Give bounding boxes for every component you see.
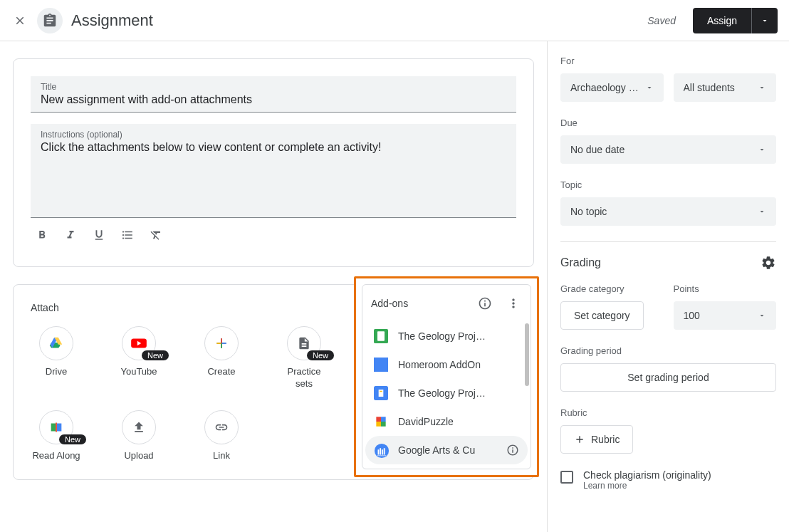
students-dropdown[interactable]: All students [674,73,777,102]
attach-link[interactable]: Link [196,410,247,462]
new-badge: New [59,434,86,444]
clear-format-button[interactable] [147,226,164,244]
attach-youtube[interactable]: New YouTube [113,326,164,390]
title-input[interactable] [41,92,506,108]
points-value: 100 [684,310,700,321]
grading-title: Grading [560,256,601,269]
caret-down-icon [758,145,766,154]
plus-icon [574,434,585,445]
addon-item[interactable]: DavidPuzzle [362,407,531,436]
attach-drive[interactable]: Drive [31,326,82,390]
addon-item[interactable]: The Geology Proj… [362,322,531,350]
underline-button[interactable] [90,226,108,244]
bold-button[interactable] [33,226,51,244]
addon-name: The Geology Proj… [398,330,519,342]
assignment-icon [37,8,63,33]
close-button[interactable] [11,12,28,29]
set-grading-period-button[interactable]: Set grading period [560,363,776,392]
saved-indicator: Saved [647,15,676,26]
caret-down-icon [758,207,766,216]
new-badge: New [142,350,169,360]
addon-name: DavidPuzzle [398,416,519,427]
plagiarism-label: Check plagiarism (originality) [583,469,711,481]
addon-icon [374,329,388,343]
scrollbar[interactable] [525,323,529,386]
grading-period-label: Grading period [560,345,776,356]
due-value: No due date [570,144,625,155]
addon-item[interactable]: The Geology Proj… [362,379,531,407]
rubric-button-label: Rubric [591,434,620,445]
addon-icon [374,386,388,400]
rubric-button[interactable]: Rubric [560,425,633,454]
class-dropdown[interactable]: Archaeology … [560,73,664,102]
addon-icon [374,358,388,372]
attach-practice-sets-label: Practice sets [278,366,330,390]
learn-more-link[interactable]: Learn more [583,481,711,491]
attach-link-label: Link [213,450,230,462]
caret-down-icon [758,311,766,320]
caret-down-icon [645,83,654,92]
addon-icon [374,414,388,429]
topic-label: Topic [560,179,776,190]
topic-dropdown[interactable]: No topic [560,197,776,226]
addon-name: Homeroom AddOn [398,359,519,370]
addon-info-button[interactable] [506,444,519,457]
attach-create[interactable]: Create [196,326,247,390]
addon-name: Google Arts & Cu [398,444,496,456]
attach-practice-sets[interactable]: New Practice sets [278,326,330,390]
students-value: All students [684,82,735,93]
assign-button[interactable]: Assign [693,8,751,33]
plus-icon [214,336,229,350]
addon-icon [374,443,388,457]
italic-button[interactable] [62,226,79,244]
attach-youtube-label: YouTube [120,366,157,378]
bullet-list-button[interactable] [119,226,136,244]
points-dropdown[interactable]: 100 [674,301,777,330]
class-value: Archaeology … [570,82,639,93]
page-title: Assignment [71,11,153,30]
addon-name: The Geology Proj… [398,387,519,399]
assign-dropdown-button[interactable] [751,8,778,33]
book-icon [48,419,64,435]
rubric-label: Rubric [560,407,776,418]
svg-rect-3 [374,358,388,372]
addons-menu-button[interactable] [505,295,522,312]
attach-create-label: Create [207,366,235,378]
for-label: For [560,56,776,66]
topic-value: No topic [570,206,607,217]
addon-item[interactable]: Google Arts & Cu [365,436,528,464]
addon-item[interactable]: Homeroom AddOn [362,350,531,379]
plagiarism-checkbox[interactable] [560,471,573,484]
attach-upload[interactable]: Upload [113,410,164,462]
instructions-input[interactable] [41,140,506,211]
attach-upload-label: Upload [124,450,153,462]
grade-category-label: Grade category [560,283,664,294]
due-label: Due [560,118,776,128]
due-dropdown[interactable]: No due date [560,135,776,164]
link-icon [214,420,229,434]
addons-panel: Add-ons The Geology Proj… Homeroom AddOn [354,276,539,477]
attach-read-along[interactable]: New Read Along [31,410,82,462]
points-label: Points [674,283,777,294]
instructions-label: Instructions (optional) [41,130,506,140]
addons-heading: Add-ons [371,298,408,309]
attach-read-along-label: Read Along [32,450,80,462]
title-label: Title [41,82,506,92]
svg-rect-2 [377,331,385,340]
attach-drive-label: Drive [46,366,67,378]
new-badge: New [307,350,334,360]
caret-down-icon [758,83,766,92]
set-category-button[interactable]: Set category [560,301,644,330]
upload-icon [132,420,146,434]
grading-settings-button[interactable] [761,255,776,271]
drive-icon [48,335,64,351]
addons-info-button[interactable] [476,295,493,312]
document-icon [297,336,311,350]
